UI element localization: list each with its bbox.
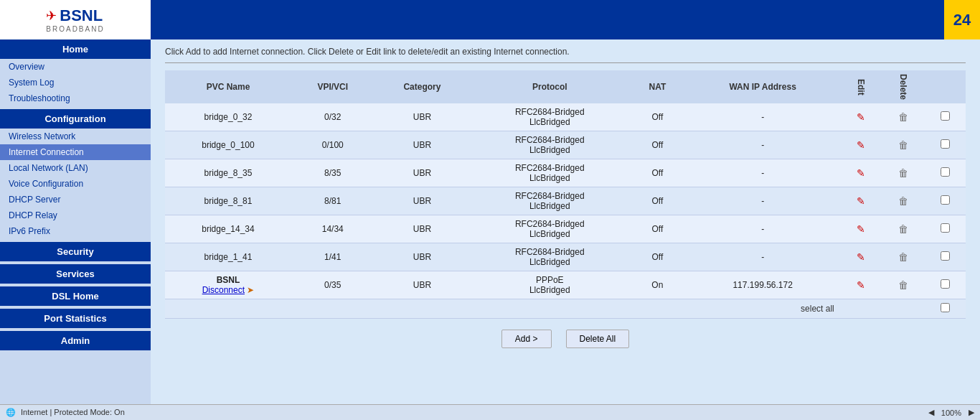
sidebar-item-dhcp-relay[interactable]: DHCP Relay	[0, 207, 151, 223]
cell-checkbox[interactable]	[925, 103, 966, 131]
cell-protocol: RFC2684-BridgedLlcBridged	[470, 131, 629, 159]
row-checkbox[interactable]	[941, 279, 950, 289]
cell-category: UBR	[374, 159, 470, 187]
cell-delete[interactable]: 🗑	[882, 103, 925, 131]
sidebar-item-system-log[interactable]: System Log	[0, 75, 151, 90]
cell-protocol: RFC2684-BridgedLlcBridged	[470, 159, 629, 187]
port-statistics-section[interactable]: Port Statistics	[0, 309, 151, 328]
cell-checkbox[interactable]	[925, 243, 966, 271]
cell-nat: Off	[629, 131, 685, 159]
row-checkbox[interactable]	[941, 195, 950, 205]
cell-protocol: RFC2684-BridgedLlcBridged	[470, 103, 629, 131]
cell-delete[interactable]: 🗑	[882, 159, 925, 187]
edit-icon[interactable]: ✎	[857, 111, 865, 123]
cell-edit[interactable]: ✎	[840, 187, 882, 215]
cell-pvc: bridge_1_41	[165, 243, 291, 271]
edit-icon[interactable]: ✎	[857, 167, 865, 179]
cell-edit[interactable]: ✎	[840, 103, 882, 131]
content-area: Click Add to add Internet connection. Cl…	[151, 39, 980, 420]
status-bar: 🌐 Internet | Protected Mode: On ◀ 100% ▶	[0, 404, 980, 420]
trash-icon[interactable]: 🗑	[898, 251, 908, 263]
disconnect-link[interactable]: Disconnect	[202, 285, 245, 295]
cell-checkbox[interactable]	[925, 187, 966, 215]
trash-icon[interactable]: 🗑	[898, 111, 908, 123]
cell-pvc: bridge_8_81	[165, 187, 291, 215]
cell-edit[interactable]: ✎	[840, 159, 882, 187]
cell-wan-ip: 117.199.56.172	[686, 271, 840, 299]
trash-icon[interactable]: 🗑	[898, 223, 908, 235]
configuration-section[interactable]: Configuration	[0, 109, 151, 129]
zoom-down-icon[interactable]: ◀	[928, 408, 934, 417]
sidebar-item-local-network[interactable]: Local Network (LAN)	[0, 160, 151, 176]
cell-pvc: BSNL Disconnect ➤	[165, 271, 291, 299]
sidebar-item-dhcp-server[interactable]: DHCP Server	[0, 192, 151, 207]
cell-edit[interactable]: ✎	[840, 271, 882, 299]
cell-edit[interactable]: ✎	[840, 243, 882, 271]
sidebar-item-troubleshooting[interactable]: Troubleshooting	[0, 90, 151, 106]
cell-vpi: 8/81	[291, 187, 374, 215]
bottom-buttons: Add > Delete All	[165, 330, 966, 348]
trash-icon[interactable]: 🗑	[898, 279, 908, 291]
row-checkbox[interactable]	[941, 111, 950, 121]
col-pvc-name: PVC Name	[165, 70, 291, 103]
cell-delete[interactable]: 🗑	[882, 215, 925, 243]
cell-nat: Off	[629, 187, 685, 215]
select-all-row: select all	[165, 299, 966, 319]
edit-icon[interactable]: ✎	[857, 139, 865, 151]
cell-edit[interactable]: ✎	[840, 215, 882, 243]
cell-nat: Off	[629, 159, 685, 187]
col-edit: Edit	[840, 70, 882, 103]
table-row: BSNL Disconnect ➤ 0/35 UBR PPPoELlcBridg…	[165, 271, 966, 299]
cell-delete[interactable]: 🗑	[882, 271, 925, 299]
cell-checkbox[interactable]	[925, 131, 966, 159]
cell-protocol: RFC2684-BridgedLlcBridged	[470, 243, 629, 271]
edit-icon[interactable]: ✎	[857, 251, 865, 263]
col-wan-ip: WAN IP Address	[686, 70, 840, 103]
col-vpi-vci: VPI/VCI	[291, 70, 374, 103]
dsl-home-section[interactable]: DSL Home	[0, 286, 151, 306]
admin-section[interactable]: Admin	[0, 331, 151, 350]
row-checkbox[interactable]	[941, 223, 950, 233]
cell-category: UBR	[374, 243, 470, 271]
sidebar-item-internet-connection[interactable]: Internet Connection	[0, 144, 151, 160]
sidebar-item-wireless-network[interactable]: Wireless Network	[0, 129, 151, 144]
edit-icon[interactable]: ✎	[857, 195, 865, 207]
sidebar-item-voice-config[interactable]: Voice Configuration	[0, 176, 151, 192]
select-all-checkbox-cell[interactable]	[925, 299, 966, 319]
cell-delete[interactable]: 🗑	[882, 131, 925, 159]
cell-delete[interactable]: 🗑	[882, 243, 925, 271]
select-all-checkbox[interactable]	[941, 303, 950, 312]
cell-delete[interactable]: 🗑	[882, 187, 925, 215]
home-button[interactable]: Home	[0, 39, 151, 59]
cell-vpi: 14/34	[291, 215, 374, 243]
globe-icon: 🌐	[6, 408, 16, 416]
edit-icon[interactable]: ✎	[857, 279, 865, 291]
select-all-label: select all	[165, 299, 840, 319]
cell-protocol: PPPoELlcBridged	[470, 271, 629, 299]
bsnl-icon: ✈	[46, 8, 57, 24]
zoom-level: 100%	[941, 409, 961, 417]
top-header: ✈ BSNL BROADBAND 24	[0, 0, 980, 39]
services-section[interactable]: Services	[0, 264, 151, 284]
sidebar-item-ipv6-prefix[interactable]: IPv6 Prefix	[0, 223, 151, 239]
cell-checkbox[interactable]	[925, 271, 966, 299]
cell-nat: Off	[629, 103, 685, 131]
cell-checkbox[interactable]	[925, 215, 966, 243]
sidebar-item-overview[interactable]: Overview	[0, 59, 151, 75]
edit-icon[interactable]: ✎	[857, 223, 865, 235]
add-button[interactable]: Add >	[501, 330, 552, 348]
row-checkbox[interactable]	[941, 139, 950, 149]
trash-icon[interactable]: 🗑	[898, 139, 908, 151]
security-section[interactable]: Security	[0, 242, 151, 261]
row-checkbox[interactable]	[941, 167, 950, 177]
cell-wan-ip: -	[686, 159, 840, 187]
cell-edit[interactable]: ✎	[840, 131, 882, 159]
cell-checkbox[interactable]	[925, 159, 966, 187]
trash-icon[interactable]: 🗑	[898, 195, 908, 207]
trash-icon[interactable]: 🗑	[898, 167, 908, 179]
delete-all-button[interactable]: Delete All	[566, 330, 630, 348]
row-checkbox[interactable]	[941, 251, 950, 261]
zoom-up-icon[interactable]: ▶	[969, 408, 974, 417]
cell-wan-ip: -	[686, 243, 840, 271]
cell-vpi: 1/41	[291, 243, 374, 271]
